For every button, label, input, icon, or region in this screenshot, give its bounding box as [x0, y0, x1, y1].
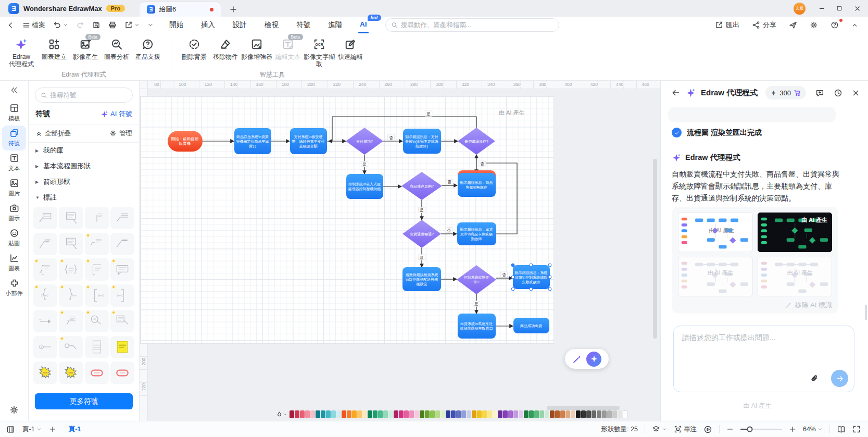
symbol-callout-bent-line[interactable]: [85, 233, 109, 255]
sidebar-item-圖片[interactable]: 圖片: [2, 176, 26, 201]
symbol-callout-box-leader-2[interactable]: [59, 233, 83, 255]
color-swatch[interactable]: [347, 410, 351, 418]
add-page-button[interactable]: [49, 426, 56, 433]
menu-item-符號[interactable]: 符號: [296, 18, 311, 32]
color-swatch[interactable]: [446, 410, 450, 418]
undo-button[interactable]: [52, 20, 70, 30]
symbol-circle-bent-leader[interactable]: [59, 336, 83, 358]
ribbon-button-圖表分析[interactable]: 圖表分析: [101, 33, 132, 68]
selection-handle[interactable]: [530, 264, 533, 267]
symbol-callout-line-leader[interactable]: [85, 207, 109, 229]
pages-panel-icon[interactable]: [6, 425, 15, 434]
sidebar-item-貼圖[interactable]: 貼圖: [2, 226, 26, 251]
menu-item-開始[interactable]: 開始: [169, 18, 184, 32]
selection-handle[interactable]: [548, 276, 551, 279]
collapse-panel-icon[interactable]: [10, 86, 18, 94]
menu-item-插入[interactable]: 插入: [200, 18, 216, 32]
feedback-icon[interactable]: [815, 89, 824, 97]
color-swatch[interactable]: [618, 410, 622, 418]
color-swatch[interactable]: [404, 410, 409, 418]
color-swatch[interactable]: [513, 410, 518, 418]
canvas-page[interactable]: 由 AI 產生 開始：啟動自動販賣機商品存放系統\n貨架與機械定位商品至出貨口支…: [141, 96, 553, 343]
minimize-button[interactable]: [814, 1, 829, 16]
color-swatch[interactable]: [336, 410, 341, 418]
color-swatch[interactable]: [451, 410, 456, 418]
selection-handle[interactable]: [548, 264, 551, 267]
symbol-brace-callout[interactable]: [59, 258, 83, 281]
vertical-scrollbar[interactable]: [653, 159, 657, 339]
color-swatch[interactable]: [435, 410, 440, 418]
color-swatch[interactable]: [503, 410, 508, 418]
menu-item-設計[interactable]: 設計: [232, 18, 247, 32]
flowchart-node-pay-fail[interactable]: 顯示錯誤訊息：支付失敗\n(金額不足或系統故障): [403, 129, 441, 154]
ribbon-button-產品支援[interactable]: 產品支援: [132, 33, 163, 68]
fit-screen-icon[interactable]: [852, 425, 861, 433]
color-swatch[interactable]: [310, 410, 315, 418]
symbol-search-input[interactable]: [50, 92, 127, 99]
symbol-starburst-2[interactable]: [59, 361, 83, 384]
color-swatch[interactable]: [550, 410, 555, 418]
color-swatch[interactable]: [602, 410, 607, 418]
close-panel-icon[interactable]: [852, 89, 860, 97]
ribbon-button-Edraw 代理程式[interactable]: Edraw代理程式: [4, 33, 39, 68]
color-swatch[interactable]: [316, 410, 320, 418]
sidebar-item-模板[interactable]: 模板: [2, 101, 26, 126]
symbol-category-基本流程圖形狀[interactable]: ▶基本流程圖形狀: [29, 158, 139, 174]
color-swatch[interactable]: [326, 410, 331, 418]
color-swatch[interactable]: [383, 410, 388, 418]
symbol-search[interactable]: [35, 88, 133, 103]
back-button[interactable]: [5, 20, 16, 30]
selection-handle[interactable]: [511, 264, 514, 267]
more-symbols-button[interactable]: 更多符號: [35, 393, 133, 409]
maximize-button[interactable]: [832, 1, 847, 16]
selection-handle[interactable]: [548, 288, 551, 291]
symbol-left-brace[interactable]: [ text ]: [33, 284, 57, 307]
color-swatch[interactable]: [560, 410, 565, 418]
symbol-square-bracket-callout[interactable]: [85, 258, 109, 281]
color-swatch[interactable]: [342, 410, 346, 418]
symbol-category-我的庫[interactable]: ▶我的庫: [29, 143, 139, 158]
ribbon-button-影像產生[interactable]: 影像產生Beta: [70, 33, 101, 68]
ribbon-button-圖表建立[interactable]: 圖表建立: [39, 33, 70, 68]
symbol-arrow-line[interactable]: [33, 310, 57, 332]
ai-assistant-button[interactable]: [586, 352, 601, 367]
avatar[interactable]: 文超: [794, 3, 806, 15]
sidebar-item-文本[interactable]: 文本: [2, 151, 26, 176]
symbol-right-brace[interactable]: text: [59, 284, 83, 307]
color-swatch[interactable]: [472, 410, 476, 418]
settings-button[interactable]: [808, 20, 820, 30]
symbol-bracket-callout[interactable]: [33, 258, 57, 281]
attach-file-icon[interactable]: [810, 374, 819, 383]
flowchart-node-start[interactable]: 開始：啟動自動販賣機: [168, 131, 203, 152]
color-swatch[interactable]: [414, 410, 419, 418]
panel-settings-gear-icon[interactable]: [9, 405, 19, 415]
color-swatch[interactable]: [592, 410, 596, 418]
result-thumbnail-4[interactable]: 由 AI 產生: [758, 257, 833, 296]
color-swatch[interactable]: [394, 410, 398, 418]
zoom-level[interactable]: 64%: [803, 426, 823, 433]
color-swatch[interactable]: [539, 410, 544, 418]
menu-item-AI[interactable]: AIhot: [359, 18, 368, 32]
color-swatch[interactable]: [388, 410, 393, 418]
ribbon-button-影像文字擷取[interactable]: OCR影像文字擷取: [304, 33, 335, 68]
presentation-button[interactable]: [703, 425, 712, 434]
symbol-callout-underline[interactable]: [110, 207, 134, 229]
flowchart-node-control[interactable]: 控制系統\n嵌入式微處理器控制整機功能: [346, 174, 383, 199]
menu-item-檢視[interactable]: 檢視: [264, 18, 279, 32]
remove-ai-mark-link[interactable]: 移除 AI 標識: [678, 301, 832, 310]
symbol-circle-leader[interactable]: 1: [33, 336, 57, 358]
color-swatch[interactable]: [487, 410, 492, 418]
symbol-starburst[interactable]: [33, 361, 57, 384]
document-tab[interactable]: Ǝ 繪圖6: [140, 2, 221, 17]
symbol-box-callout[interactable]: [110, 310, 134, 332]
color-swatch[interactable]: [362, 410, 367, 418]
color-swatch[interactable]: [565, 410, 570, 418]
menu-item-進階[interactable]: 進階: [328, 18, 343, 32]
color-swatch[interactable]: [441, 410, 445, 418]
sidebar-item-圖表[interactable]: 圖表: [2, 251, 26, 276]
export-button[interactable]: 匯出: [713, 19, 741, 31]
selection-handle[interactable]: [511, 288, 514, 291]
flowchart-node-dispatch-err[interactable]: 顯示錯誤訊息：出貨異常\n商品卡住或驅動故障: [457, 222, 496, 245]
color-swatch[interactable]: [368, 410, 372, 418]
flowchart-node-sensor[interactable]: 感應與錯誤檢測系統\n監控商品配送與機械狀況: [402, 267, 441, 291]
